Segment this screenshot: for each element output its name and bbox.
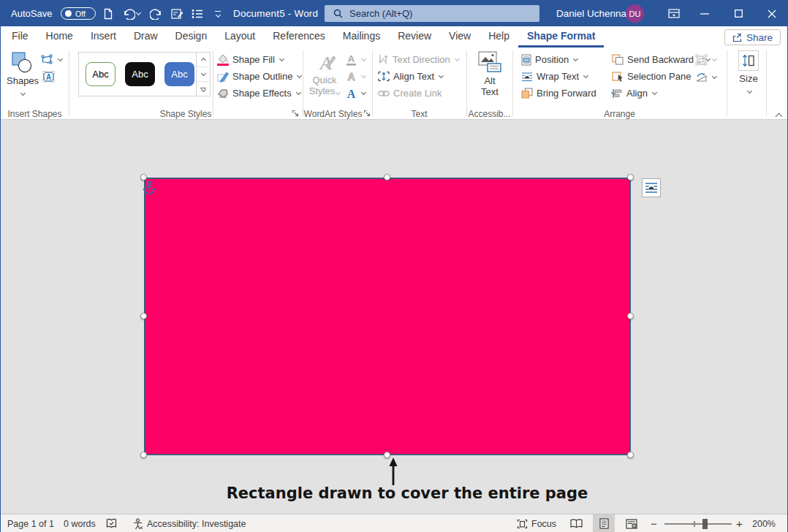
close-button[interactable] <box>755 1 788 26</box>
handle-middle-left[interactable] <box>140 313 147 319</box>
read-mode-button[interactable] <box>565 514 587 532</box>
autosave-toggle[interactable]: Off <box>61 7 96 20</box>
selection-pane-button[interactable]: Selection Pane <box>612 70 691 83</box>
tab-mailings[interactable]: Mailings <box>334 26 389 48</box>
accessibility-status[interactable]: Accessibility: Investigate <box>132 514 246 532</box>
tab-layout[interactable]: Layout <box>216 26 264 48</box>
size-button[interactable]: Size <box>731 50 766 95</box>
zoom-slider-thumb[interactable] <box>702 519 708 529</box>
zoom-slider[interactable] <box>664 523 732 525</box>
tab-insert[interactable]: Insert <box>82 26 125 48</box>
tab-shape-format[interactable]: Shape Format <box>518 26 604 48</box>
search-bar[interactable] <box>325 5 539 22</box>
tab-help[interactable]: Help <box>480 26 518 48</box>
align-text-button[interactable]: Align Text <box>378 70 443 83</box>
maximize-button[interactable] <box>721 1 755 26</box>
bullets-icon[interactable] <box>188 1 207 26</box>
shape-style-preset-1[interactable]: Abc <box>86 62 115 86</box>
tab-file[interactable]: File <box>3 26 37 48</box>
minimize-button[interactable] <box>688 1 721 26</box>
quick-styles-button[interactable]: A Quick Styles <box>307 52 342 96</box>
autosave-state: Off <box>75 10 86 18</box>
undo-chevron-icon <box>135 10 140 15</box>
position-button[interactable]: Position <box>521 53 577 66</box>
shape-outline-button[interactable]: Shape Outline <box>217 70 301 83</box>
text-effects-button[interactable]: A <box>346 87 365 99</box>
new-file-icon[interactable] <box>99 1 118 26</box>
document-canvas[interactable]: Rectangle drawn to cover the entire page <box>1 120 787 514</box>
redo-button[interactable] <box>147 1 166 26</box>
tab-references[interactable]: References <box>264 26 334 48</box>
create-link-button[interactable]: Create Link <box>378 87 442 99</box>
word-count[interactable]: 0 words <box>64 514 96 532</box>
gallery-more-button[interactable] <box>197 82 210 96</box>
text-direction-button[interactable]: A Text Direction <box>378 53 459 66</box>
selection-pane-label: Selection Pane <box>627 71 691 82</box>
undo-button[interactable] <box>118 1 144 26</box>
send-backward-label: Send Backward <box>627 54 694 65</box>
handle-top-left[interactable] <box>140 174 147 180</box>
bring-forward-button[interactable]: Bring Forward <box>521 87 615 99</box>
ribbon-display-options-icon[interactable] <box>657 1 691 26</box>
collapse-ribbon-icon[interactable] <box>776 113 783 121</box>
gallery-scroll-down-button[interactable] <box>197 67 210 82</box>
shape-style-preset-3[interactable]: Abc <box>164 62 194 86</box>
align-button[interactable]: Align <box>612 87 656 99</box>
size-icon <box>738 50 759 71</box>
zoom-out-button[interactable]: − <box>651 514 657 532</box>
zoom-in-button[interactable]: + <box>736 514 743 532</box>
share-button[interactable]: Share <box>724 29 781 45</box>
handle-top-center[interactable] <box>384 174 390 180</box>
handle-bottom-left[interactable] <box>140 452 147 458</box>
shape-fill-icon <box>217 54 229 66</box>
tab-review[interactable]: Review <box>389 26 440 48</box>
position-icon <box>521 54 531 66</box>
layout-options-button[interactable] <box>642 178 661 197</box>
page-indicator[interactable]: Page 1 of 1 <box>7 514 54 532</box>
tab-draw[interactable]: Draw <box>125 26 167 48</box>
web-layout-button[interactable] <box>621 514 643 532</box>
handle-top-right[interactable] <box>627 174 634 180</box>
group-separator <box>512 50 513 116</box>
quick-styles-icon: A <box>313 52 336 72</box>
wordart-dialog-launcher-icon[interactable] <box>363 110 371 118</box>
search-input[interactable] <box>349 8 518 19</box>
size-label: Size <box>731 73 766 84</box>
rotate-objects-button[interactable] <box>695 71 716 83</box>
user-name[interactable]: Daniel Uchenna <box>556 1 626 26</box>
align-label: Align <box>626 88 648 99</box>
proofing-icon[interactable] <box>106 514 117 532</box>
share-icon <box>732 33 742 42</box>
wrap-text-button[interactable]: Wrap Text <box>521 70 588 83</box>
group-objects-button[interactable] <box>695 53 716 66</box>
alt-text-button[interactable]: Alt Text <box>471 51 508 97</box>
handle-bottom-right[interactable] <box>627 452 634 458</box>
shape-style-preset-2[interactable]: Abc <box>125 62 155 86</box>
shapes-button[interactable]: Shapes <box>7 52 37 97</box>
tab-home[interactable]: Home <box>37 26 82 48</box>
print-layout-button[interactable] <box>593 514 615 532</box>
edit-shape-button[interactable] <box>41 53 62 66</box>
zoom-level[interactable]: 200% <box>752 514 776 532</box>
avatar[interactable]: DU <box>626 4 644 23</box>
text-box-button[interactable]: A <box>42 70 55 83</box>
tab-design[interactable]: Design <box>167 26 216 48</box>
focus-button[interactable]: Focus <box>517 514 556 532</box>
group-objects-chevron-icon <box>712 56 717 61</box>
align-text-icon <box>378 71 390 82</box>
layout-options-icon <box>645 181 658 194</box>
tab-view[interactable]: View <box>440 26 480 48</box>
handle-middle-right[interactable] <box>627 313 634 319</box>
shape-effects-button[interactable]: Shape Effects <box>217 87 300 99</box>
shape-fill-button[interactable]: Shape Fill <box>217 53 284 66</box>
group-separator <box>213 50 213 116</box>
gallery-scroll-up-button[interactable] <box>197 53 210 67</box>
edit-icon[interactable] <box>167 1 186 26</box>
text-outline-button[interactable]: A <box>346 70 365 83</box>
size-chevron-icon <box>746 88 751 94</box>
align-objects-icon <box>612 88 623 99</box>
text-fill-button[interactable]: A <box>346 53 365 66</box>
group-label-insert-shapes: Insert Shapes <box>1 109 69 119</box>
qat-overflow-icon[interactable] <box>208 1 227 26</box>
selected-rectangle-shape[interactable] <box>144 178 631 455</box>
